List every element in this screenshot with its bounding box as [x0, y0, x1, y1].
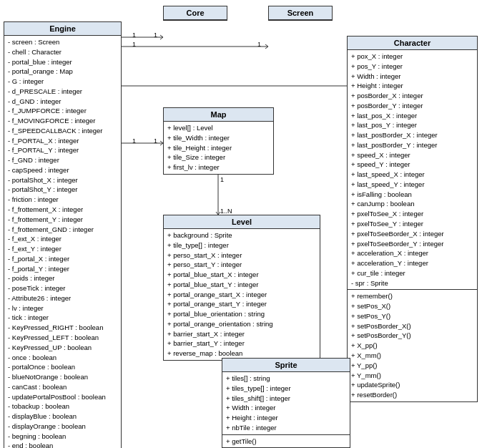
level-attributes: + background : Sprite + tile_type[] : in… [164, 229, 320, 360]
level-title: Level [164, 215, 320, 229]
engine-attributes: - screen : Screen - chell : Character - … [4, 36, 121, 448]
mult-engine-core-1: 1 [132, 31, 136, 39]
sprite-title: Sprite [222, 359, 350, 372]
sprite-methods: + getTile() [222, 435, 350, 448]
engine-box: Engine - screen : Screen - chell : Chara… [4, 21, 122, 448]
map-box: Map + level[] : Level + tile_Width : int… [163, 107, 274, 175]
engine-title: Engine [4, 22, 121, 36]
mult-engine-map-1: 1 [132, 137, 136, 145]
level-box: Level + background : Sprite + tile_type[… [163, 215, 320, 361]
mult-map-level-1: 1 [220, 176, 224, 183]
sprite-attributes: + tiles[] : string + tiles_type[] : inte… [222, 372, 350, 435]
mult-map-engine-1: 1 [154, 137, 157, 145]
screen-box: Screen [268, 6, 333, 21]
mult-engine-screen-1: 1 [132, 41, 136, 48]
character-methods: + remember() + setPos_X() + setPos_Y() +… [348, 290, 477, 401]
map-title: Map [164, 108, 273, 122]
mult-map-level-1N: 1..N [220, 208, 232, 215]
character-box: Character + pox_X : integer + pos_Y : in… [347, 36, 478, 402]
mult-core-engine-1: 1 [154, 31, 157, 39]
core-title: Core [164, 6, 227, 20]
screen-title: Screen [269, 6, 332, 20]
mult-screen-engine-1: 1 [257, 41, 261, 48]
sprite-box: Sprite + tiles[] : string + tiles_type[]… [222, 358, 350, 448]
diagram-container: 1 1 1 1 1 1 1 1..N 1 1..N 1 1..N Core Sc… [0, 0, 482, 448]
character-attributes: + pox_X : integer + pos_Y : integer + Wi… [348, 50, 477, 290]
core-box: Core [163, 6, 227, 21]
character-title: Character [348, 36, 477, 50]
map-attributes: + level[] : Level + tile_Width : integer… [164, 122, 273, 174]
